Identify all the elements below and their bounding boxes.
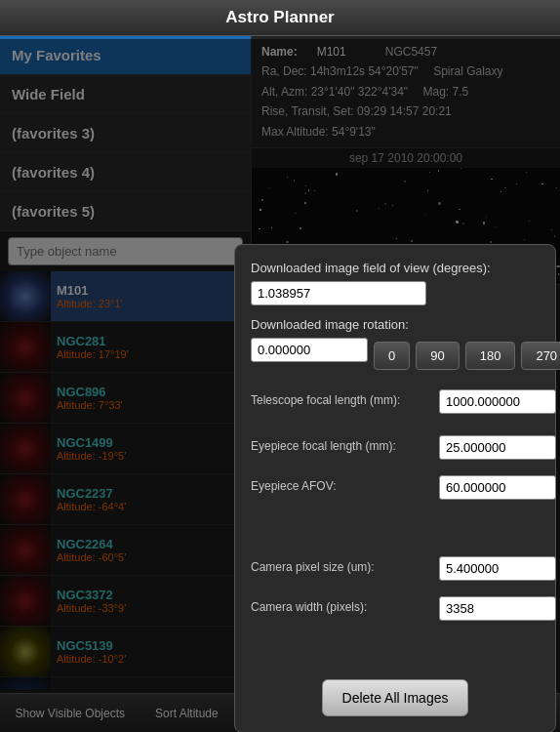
app-title: Astro Planner <box>225 8 334 26</box>
camera-width-label: Camera width (pixels): <box>251 596 431 614</box>
eyepiece-focal-label: Eyepiece focal length (mm): <box>251 435 431 453</box>
modal-overlay: Downloaded image field of view (degrees)… <box>0 39 560 732</box>
rotation-90-button[interactable]: 90 <box>416 342 459 370</box>
pixel-size-label: Camera pixel size (um): <box>251 556 431 574</box>
camera-row: Camera pixel size (um): Camera width (pi… <box>251 556 540 668</box>
camera-width-input[interactable] <box>439 596 556 621</box>
rotation-270-button[interactable]: 270 <box>521 342 560 370</box>
fov-label: Downloaded image field of view (degrees)… <box>251 261 540 275</box>
delete-all-images-button[interactable]: Delete All Images <box>322 679 469 716</box>
modal-dialog: Downloaded image field of view (degrees)… <box>234 244 556 732</box>
rotation-label: Downloaded image rotation: <box>251 317 540 332</box>
rotation-0-button[interactable]: 0 <box>374 342 410 370</box>
pixel-size-input[interactable] <box>439 556 556 581</box>
rotation-180-button[interactable]: 180 <box>465 342 516 370</box>
rotation-controls: 0 90 180 270 <box>251 338 540 374</box>
eyepiece-afov-label: Eyepiece AFOV: <box>251 475 431 493</box>
focal-length-row: Telescope focal length (mm): <box>251 389 540 426</box>
eyepiece-row: Eyepiece focal length (mm): Eyepiece AFO… <box>251 435 540 547</box>
app-header: Astro Planner <box>0 0 560 36</box>
eyepiece-focal-input[interactable] <box>439 435 556 460</box>
fov-input[interactable] <box>251 281 426 305</box>
eyepiece-afov-input[interactable] <box>439 475 556 500</box>
focal-length-label: Telescope focal length (mm): <box>251 389 431 407</box>
focal-length-input[interactable] <box>439 389 556 414</box>
rotation-input[interactable] <box>251 338 368 362</box>
